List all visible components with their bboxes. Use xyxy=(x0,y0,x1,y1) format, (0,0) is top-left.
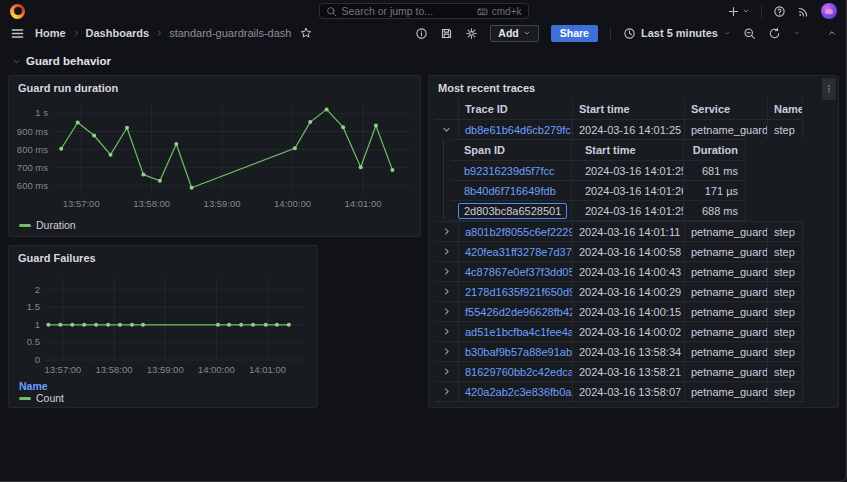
svg-text:13:59:00: 13:59:00 xyxy=(147,364,184,375)
failures-chart[interactable]: 13:57:0013:58:0013:59:0014:00:0014:01:00… xyxy=(15,266,311,386)
span-id-cell: 2d803bc8a6528501 xyxy=(451,201,572,220)
panel-most-recent-traces: Most recent traces Trace ID Start time S… xyxy=(428,75,839,408)
svg-text:13:59:00: 13:59:00 xyxy=(204,198,241,209)
span-id-link[interactable]: 2d803bc8a6528501 xyxy=(458,203,567,219)
search-bar[interactable]: cmd+k xyxy=(319,3,529,19)
column-header-trace-id[interactable]: Trace ID xyxy=(459,98,573,119)
expand-row-chevron-icon[interactable] xyxy=(435,222,459,241)
trace-id-link: db8e61b64d6cb279fc1... xyxy=(459,120,573,139)
duration-chart[interactable]: 13:57:0013:58:0013:59:0014:00:0014:01:00… xyxy=(15,96,416,216)
trace-id-link[interactable]: ad51e1bcfba4c1fee4af3... xyxy=(465,326,573,338)
trace-id-link[interactable]: 4c87867e0ef37f3dd05... xyxy=(465,266,573,278)
trace-start-time: 2024-03-16 14:01:25 xyxy=(573,120,685,139)
expand-row-chevron-icon[interactable] xyxy=(435,382,459,401)
trace-start-time: 2024-03-16 14:00:15 xyxy=(573,302,685,321)
svg-text:900 ms: 900 ms xyxy=(17,126,48,137)
trace-id-link: ad51e1bcfba4c1fee4af3... xyxy=(459,322,573,341)
favorite-star-icon[interactable] xyxy=(300,27,312,39)
grafana-logo-icon[interactable] xyxy=(10,4,25,19)
span-start-time: 2024-03-16 14:01:25.474 xyxy=(572,161,684,180)
add-button[interactable]: Add xyxy=(490,25,538,42)
series-color-swatch xyxy=(19,397,31,400)
expand-row-chevron-icon[interactable] xyxy=(435,262,459,281)
trace-id-link[interactable]: a801b2f8055c6ef2229... xyxy=(465,226,573,238)
expand-row-chevron-icon[interactable] xyxy=(435,282,459,301)
breadcrumb-current-dashboard[interactable]: standard-guardrails-dash xyxy=(169,27,291,39)
help-icon[interactable] xyxy=(773,5,786,18)
traces-table-body: db8e61b64d6cb279fc1...2024-03-16 14:01:2… xyxy=(435,119,803,401)
dashboard-toolbar: Home Dashboards standard-guardrails-dash… xyxy=(0,22,847,44)
span-duration: 171 µs xyxy=(684,181,746,200)
expand-row-chevron-icon[interactable] xyxy=(435,342,459,361)
time-range-picker[interactable]: Last 5 minutes xyxy=(623,27,731,40)
span-column-header-duration[interactable]: Duration xyxy=(684,140,746,160)
trace-id-link[interactable]: 420fea31ff3278e7d37f... xyxy=(465,246,573,258)
search-shortcut: cmd+k xyxy=(476,6,522,17)
trace-table-row: 2178d1635f921f650d94...2024-03-16 14:00:… xyxy=(435,281,803,301)
refresh-icon[interactable] xyxy=(768,27,781,40)
column-header-service[interactable]: Service xyxy=(685,98,768,119)
add-menu-button[interactable] xyxy=(727,5,750,18)
collapse-toolbar-chevron-icon[interactable] xyxy=(827,28,837,38)
dashboard-info-icon[interactable] xyxy=(415,27,428,40)
trace-name: step xyxy=(768,302,803,321)
trace-id-link[interactable]: f55426d2de96628fb42... xyxy=(465,306,573,318)
trace-name: step xyxy=(768,242,803,261)
trace-start-time: 2024-03-16 13:58:21 xyxy=(573,362,685,381)
search-input[interactable] xyxy=(342,5,471,17)
refresh-interval-chevron-icon[interactable] xyxy=(793,29,801,37)
collapse-row-chevron-icon[interactable] xyxy=(435,120,459,139)
search-icon xyxy=(326,6,337,17)
trace-id-link: f55426d2de96628fb42... xyxy=(459,302,573,321)
column-header-name[interactable]: Name xyxy=(768,98,803,119)
legend-item-count[interactable]: Count xyxy=(19,392,64,404)
trace-service: petname_guard xyxy=(685,322,768,341)
spans-header-row: Span IDStart timeDuration xyxy=(451,139,746,160)
panel-title[interactable]: Guard Failures xyxy=(18,252,96,264)
legend-group-label[interactable]: Name xyxy=(19,380,48,392)
trace-service: petname_guard xyxy=(685,362,768,381)
panel-menu-kebab-icon[interactable] xyxy=(822,78,836,100)
dashboard-settings-gear-icon[interactable] xyxy=(465,27,478,40)
hamburger-menu-icon[interactable] xyxy=(10,26,25,41)
legend-item-duration[interactable]: Duration xyxy=(19,219,76,231)
column-header-start-time[interactable]: Start time xyxy=(573,98,685,119)
span-id-link[interactable]: 8b40d6f716649fdb xyxy=(464,185,556,197)
span-column-header-span-id[interactable]: Span ID xyxy=(451,140,572,160)
zoom-out-time-icon[interactable] xyxy=(743,27,756,40)
trace-name: step xyxy=(768,222,803,241)
share-button[interactable]: Share xyxy=(551,25,598,42)
user-avatar[interactable] xyxy=(821,3,837,19)
svg-text:13:58:00: 13:58:00 xyxy=(96,364,133,375)
breadcrumb-dashboards[interactable]: Dashboards xyxy=(86,27,150,39)
panel-title[interactable]: Guard run duration xyxy=(18,82,118,94)
trace-id-link[interactable]: 81629760bb2c42edcae... xyxy=(465,366,573,378)
trace-id-link[interactable]: b30baf9b57a88e91ab5... xyxy=(465,346,573,358)
trace-id-link[interactable]: 2178d1635f921f650d94... xyxy=(465,286,573,298)
panel-title[interactable]: Most recent traces xyxy=(438,82,535,94)
expand-row-chevron-icon[interactable] xyxy=(435,322,459,341)
trace-id-link[interactable]: db8e61b64d6cb279fc1... xyxy=(465,124,573,136)
news-rss-icon[interactable] xyxy=(797,5,810,18)
svg-text:13:57:00: 13:57:00 xyxy=(44,364,81,375)
expand-row-chevron-icon[interactable] xyxy=(435,362,459,381)
span-column-header-start-time[interactable]: Start time xyxy=(572,140,684,160)
span-table-row: b92316239d5f7fcc2024-03-16 14:01:25.4746… xyxy=(451,160,746,180)
breadcrumb: Home Dashboards standard-guardrails-dash xyxy=(35,27,312,39)
breadcrumb-home[interactable]: Home xyxy=(35,27,66,39)
traces-table: Trace ID Start time Service Name db8e61b… xyxy=(435,98,803,402)
span-start-time: 2024-03-16 14:01:26.157 xyxy=(572,181,684,200)
expand-row-chevron-icon[interactable] xyxy=(435,242,459,261)
trace-start-time: 2024-03-16 14:00:29 xyxy=(573,282,685,301)
span-id-link[interactable]: b92316239d5f7fcc xyxy=(464,165,555,177)
trace-start-time: 2024-03-16 13:58:07 xyxy=(573,382,685,401)
trace-name: step xyxy=(768,120,803,139)
expand-row-chevron-icon[interactable] xyxy=(435,302,459,321)
trace-id-link[interactable]: 420a2ab2c3e836fb0aa... xyxy=(465,386,573,398)
svg-text:2: 2 xyxy=(35,284,40,295)
row-section-guard-behavior[interactable]: Guard behavior xyxy=(12,55,111,67)
save-dashboard-icon[interactable] xyxy=(440,27,453,40)
legend-label: Duration xyxy=(36,219,76,231)
svg-text:0.5: 0.5 xyxy=(27,336,40,347)
trace-id-link: a801b2f8055c6ef2229... xyxy=(459,222,573,241)
